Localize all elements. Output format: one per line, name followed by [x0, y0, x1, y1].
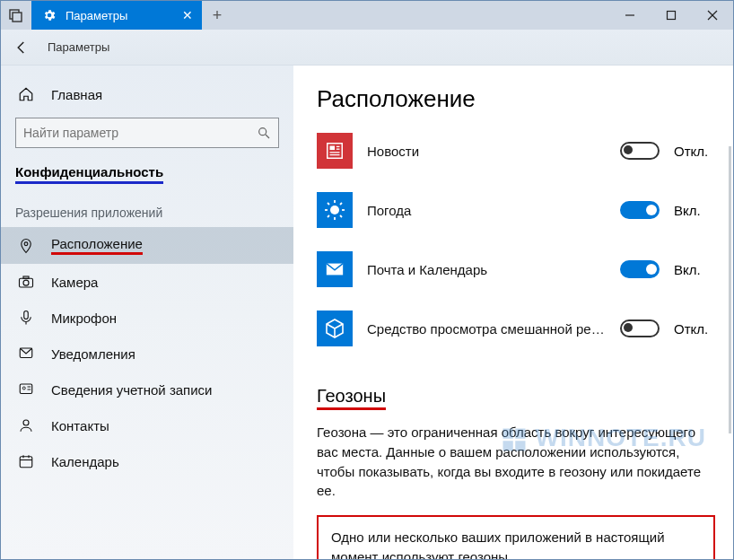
- svg-point-14: [22, 387, 25, 389]
- close-tab-icon[interactable]: ✕: [182, 8, 193, 22]
- weather-icon: [317, 192, 353, 228]
- sidebar-item-label: Расположение: [51, 236, 143, 255]
- tab-settings[interactable]: Параметры ✕: [31, 1, 202, 30]
- app-name: Новости: [367, 144, 606, 159]
- app-row: Почта и Календарь Вкл.: [317, 251, 715, 287]
- sidebar-item-label: Контакты: [51, 418, 109, 433]
- sidebar-item-calendar[interactable]: Календарь: [1, 443, 293, 479]
- toggle-state-label: Вкл.: [674, 203, 715, 218]
- news-icon: [317, 133, 353, 169]
- svg-rect-22: [328, 144, 343, 159]
- app-name: Средство просмотра смешанной реальн...: [367, 321, 606, 337]
- tab-strip: Параметры ✕ +: [1, 1, 232, 30]
- microphone-icon: [17, 309, 35, 327]
- scrollbar[interactable]: [729, 146, 731, 433]
- category-label: Конфиденциальность: [15, 164, 163, 184]
- sidebar-section-label: Разрешения приложений: [1, 188, 293, 227]
- app-row: Средство просмотра смешанной реальн... О…: [317, 311, 715, 346]
- bell-icon: [17, 345, 35, 363]
- svg-line-33: [328, 203, 329, 205]
- mail-icon: [317, 251, 353, 287]
- task-view-icon[interactable]: [1, 1, 31, 30]
- tab-label: Параметры: [66, 9, 127, 22]
- back-button[interactable]: [13, 39, 30, 56]
- toggle-state-label: Откл.: [674, 144, 715, 159]
- close-window-button[interactable]: [692, 1, 733, 30]
- contacts-icon: [17, 416, 35, 434]
- app-name: Погода: [367, 203, 606, 218]
- geofence-active-notice: Одно или несколько ваших приложений в на…: [317, 515, 715, 560]
- svg-rect-1: [13, 13, 22, 22]
- svg-line-34: [340, 215, 342, 217]
- sidebar-item-notifications[interactable]: Уведомления: [1, 336, 293, 372]
- svg-rect-3: [668, 12, 676, 20]
- svg-line-35: [328, 215, 329, 217]
- maximize-button[interactable]: [651, 1, 692, 30]
- sidebar-home[interactable]: Главная: [1, 76, 293, 112]
- svg-rect-23: [330, 146, 336, 151]
- svg-rect-10: [23, 276, 29, 278]
- app-row: Новости Откл.: [317, 133, 715, 169]
- minimize-button[interactable]: [609, 1, 651, 30]
- titlebar: Параметры ✕ +: [1, 1, 733, 30]
- toggle-state-label: Откл.: [674, 321, 715, 337]
- svg-point-6: [259, 128, 267, 136]
- search-icon: [257, 126, 271, 140]
- svg-line-36: [340, 203, 342, 205]
- section-geofences: Геозоны: [317, 386, 386, 410]
- sidebar-item-location[interactable]: Расположение: [1, 227, 293, 264]
- toggle-switch[interactable]: [620, 201, 660, 219]
- content-pane: Расположение Новости Откл. Погода Вкл. П…: [293, 66, 733, 560]
- toggle-switch[interactable]: [620, 319, 660, 337]
- svg-point-9: [23, 280, 29, 285]
- sidebar-item-contacts[interactable]: Контакты: [1, 407, 293, 443]
- breadcrumb-bar: Параметры: [1, 30, 733, 66]
- cube-icon: [317, 311, 353, 346]
- breadcrumb-title: Параметры: [48, 40, 109, 54]
- calendar-icon: [17, 452, 35, 470]
- app-row: Погода Вкл.: [317, 192, 715, 228]
- gear-icon: [42, 8, 57, 22]
- svg-point-17: [23, 420, 29, 425]
- location-icon: [17, 237, 35, 255]
- sidebar-item-label: Сведения учетной записи: [51, 382, 213, 398]
- page-title: Расположение: [317, 85, 715, 113]
- sidebar-item-label: Камера: [51, 275, 98, 290]
- geofence-description: Геозона — это ограниченная область вокру…: [317, 423, 715, 501]
- app-name: Почта и Календарь: [367, 262, 606, 277]
- toggle-state-label: Вкл.: [674, 262, 715, 277]
- search-field[interactable]: [23, 126, 257, 140]
- camera-icon: [17, 273, 35, 291]
- svg-rect-11: [24, 311, 29, 319]
- sidebar-item-label: Календарь: [51, 454, 119, 469]
- svg-rect-13: [20, 384, 32, 394]
- toggle-switch[interactable]: [620, 260, 660, 278]
- new-tab-button[interactable]: +: [202, 1, 232, 30]
- svg-point-28: [330, 206, 339, 214]
- sidebar-item-account-info[interactable]: Сведения учетной записи: [1, 372, 293, 407]
- sidebar-category: Конфиденциальность: [1, 161, 293, 188]
- svg-rect-18: [20, 457, 32, 468]
- home-icon: [17, 85, 35, 103]
- sidebar-home-label: Главная: [51, 87, 102, 102]
- toggle-switch[interactable]: [620, 142, 660, 160]
- search-input[interactable]: [15, 118, 279, 148]
- account-icon: [17, 381, 35, 398]
- sidebar-item-label: Микрофон: [51, 311, 117, 326]
- sidebar-item-microphone[interactable]: Микрофон: [1, 300, 293, 336]
- svg-line-7: [266, 135, 269, 138]
- sidebar-item-label: Уведомления: [51, 346, 135, 362]
- sidebar: Главная Конфиденциальность Разрешения пр…: [1, 66, 293, 560]
- sidebar-item-camera[interactable]: Камера: [1, 264, 293, 300]
- window-controls: [609, 1, 733, 30]
